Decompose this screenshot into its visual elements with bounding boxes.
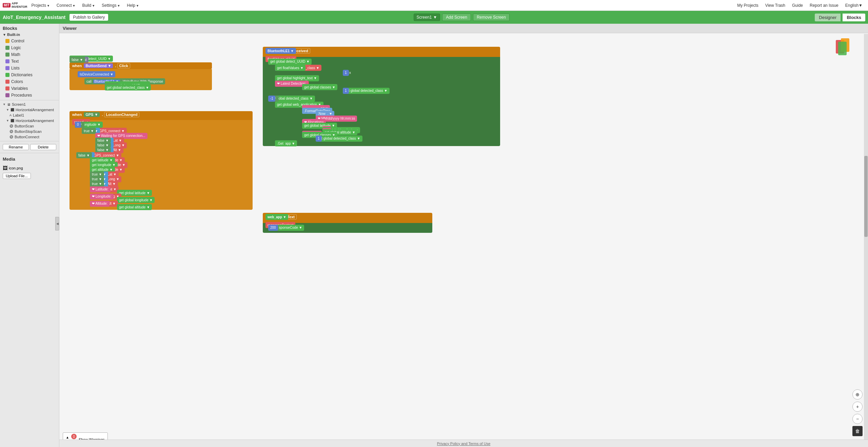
mit-logo-box: MIT bbox=[3, 3, 11, 7]
viewer-controls: ⊕ + − 🗑 bbox=[852, 389, 863, 436]
vertical-scrollbar[interactable] bbox=[864, 34, 868, 440]
app-inventor-text: APPINVENTOR bbox=[12, 2, 27, 9]
category-dictionaries[interactable]: Dictionaries bbox=[0, 72, 59, 78]
category-procedures[interactable]: Procedures bbox=[0, 92, 59, 99]
scrollbar-thumb[interactable] bbox=[864, 156, 868, 237]
delete-button[interactable]: Delete bbox=[30, 144, 56, 150]
blocks-section-title: Blocks bbox=[0, 24, 59, 32]
tree-button-stopscan[interactable]: 🔘 ButtonStopScan bbox=[0, 129, 59, 134]
settings-menu[interactable]: Settings▼ bbox=[99, 2, 123, 9]
rename-button[interactable]: Rename bbox=[3, 144, 29, 150]
language-selector[interactable]: English▼ bbox=[843, 2, 865, 9]
my-projects-link[interactable]: My Projects bbox=[734, 2, 761, 9]
locate-button[interactable]: ⊕ bbox=[852, 389, 863, 400]
blocks-button[interactable]: Blocks bbox=[843, 14, 865, 21]
category-math[interactable]: Math bbox=[0, 51, 59, 58]
connect-menu[interactable]: Connect▼ bbox=[54, 2, 78, 9]
build-menu[interactable]: Build▼ bbox=[79, 2, 98, 9]
top-navigation: MIT APPINVENTOR Projects▼ Connect▼ Build… bbox=[0, 0, 868, 11]
add-screen-button[interactable]: Add Screen bbox=[442, 14, 471, 21]
help-menu[interactable]: Help▼ bbox=[124, 2, 142, 9]
project-bar: AIoT_Emergency_Assistant Publish to Gall… bbox=[0, 11, 868, 24]
project-title: AIoT_Emergency_Assistant bbox=[3, 15, 65, 20]
warning-count-1: 0 bbox=[71, 434, 77, 439]
builtin-section-title: ▼ Built-in bbox=[0, 32, 59, 38]
trash-button[interactable]: 🗑 bbox=[852, 426, 863, 436]
tree-h-arrangement-2[interactable]: ▼ ⬛ HorizontalArrangement bbox=[0, 118, 59, 123]
blocks-canvas[interactable]: characteristicUuid get global detect_UUI… bbox=[59, 33, 868, 447]
rename-delete-row: Rename Delete bbox=[0, 143, 59, 151]
view-trash-link[interactable]: View Trash bbox=[763, 2, 788, 9]
zoom-in-button[interactable]: + bbox=[852, 402, 863, 412]
remove-screen-button[interactable]: Remove Screen bbox=[473, 14, 510, 21]
media-item-icon[interactable]: 🖼 icon.png bbox=[3, 165, 56, 171]
panel-collapse-arrow[interactable]: ◀ bbox=[55, 217, 59, 230]
privacy-policy-link[interactable]: Privacy Policy and Terms of Use bbox=[437, 442, 491, 446]
report-issue-link[interactable]: Report an Issue bbox=[807, 2, 841, 9]
screen-selector[interactable]: Screen1 ▼ bbox=[414, 14, 440, 21]
category-colors[interactable]: Colors bbox=[0, 78, 59, 85]
tree-screen1[interactable]: ▼ 🖥 Screen1 bbox=[0, 102, 59, 107]
projects-menu[interactable]: Projects▼ bbox=[29, 2, 53, 9]
tree-h-arrangement-1[interactable]: ▼ ⬛ HorizontalArrangement bbox=[0, 107, 59, 113]
upload-file-button[interactable]: Upload File... bbox=[3, 173, 31, 179]
button-send-click-block[interactable]: characteristicUuid get global detect_UUI… bbox=[70, 59, 212, 90]
main-area: Blocks ▼ Built-in Control Logic Math Tex… bbox=[0, 24, 868, 447]
ai-logo-decoration bbox=[834, 37, 854, 57]
bottom-bar: Privacy Policy and Terms of Use bbox=[59, 440, 868, 447]
category-variables[interactable]: Variables bbox=[0, 85, 59, 92]
category-lists[interactable]: Lists bbox=[0, 65, 59, 72]
category-control[interactable]: Control bbox=[0, 38, 59, 44]
svg-rect-2 bbox=[838, 42, 847, 55]
media-section-title: Media bbox=[0, 155, 59, 163]
designer-button[interactable]: Designer bbox=[815, 14, 841, 21]
viewer-label: Viewer bbox=[59, 24, 868, 33]
category-text[interactable]: Text bbox=[0, 58, 59, 65]
ble-floats-received-block[interactable]: when BluetoothLE1 ▼ . FloatsReceived ser… bbox=[263, 47, 500, 146]
zoom-out-button[interactable]: − bbox=[852, 414, 863, 424]
sidebar: Blocks ▼ Built-in Control Logic Math Tex… bbox=[0, 24, 59, 447]
mit-logo: MIT APPINVENTOR bbox=[3, 2, 27, 9]
publish-to-gallery-button[interactable]: Publish to Gallery bbox=[70, 14, 108, 21]
web-app-got-text-block[interactable]: when web_app ▼ . GotText url responseCod… bbox=[263, 213, 432, 233]
tree-button-scan[interactable]: 🔘 ButtonScan bbox=[0, 123, 59, 129]
gps-location-changed-block[interactable]: when GPS ▼ . LocationChanged latitude lo… bbox=[70, 111, 253, 210]
tree-button-connect[interactable]: 🔘 ButtonConnect bbox=[0, 134, 59, 140]
guide-link[interactable]: Guide bbox=[789, 2, 806, 9]
tree-label1[interactable]: A Label1 bbox=[0, 113, 59, 118]
viewer-area: Viewer characteristicUuid get global det… bbox=[59, 24, 868, 447]
media-section: 🖼 icon.png Upload File... bbox=[0, 163, 59, 181]
category-logic[interactable]: Logic bbox=[0, 44, 59, 51]
